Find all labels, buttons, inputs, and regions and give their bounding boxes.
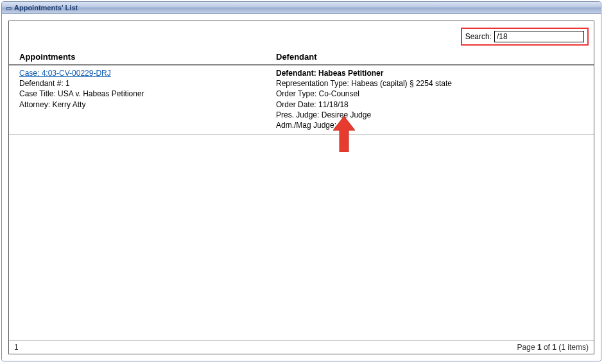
page-total: 1 [552, 343, 557, 352]
rep-type-value: Habeas (capital) § 2254 state [351, 79, 452, 88]
pres-judge-label: Pres. Judge: [276, 110, 319, 119]
defendant-name: Habeas Petitioner [318, 69, 383, 78]
order-type-value: Co-Counsel [318, 89, 359, 98]
case-title-value: USA v. Habeas Petitioner [58, 89, 144, 98]
page-mid: of [542, 343, 553, 352]
order-date-value: 11/18/18 [318, 100, 349, 109]
col-header-appointments: Appointments [19, 52, 276, 62]
table-footer: 1 Page 1 of 1 (1 items) [9, 340, 594, 354]
footer-right: Page 1 of 1 (1 items) [517, 343, 589, 352]
table-header: Appointments Defendant [9, 48, 594, 65]
page-prefix: Page [517, 343, 537, 352]
attorney-value: Kerry Atty [52, 100, 85, 109]
panel-title: Appointments' List [14, 4, 78, 12]
items-suffix: (1 items) [557, 343, 589, 352]
defendant-label: Defendant: [276, 69, 316, 78]
appointments-panel: ▭ Appointments' List Search: Appointment… [1, 1, 601, 361]
footer-left: 1 [14, 343, 19, 352]
defendant-num-label: Defendant #: [19, 79, 64, 88]
search-input[interactable] [494, 31, 584, 42]
case-link[interactable]: Case: 4:03-CV-00229-DRJ [19, 69, 111, 78]
adm-judge-label: Adm./Mag Judge: [276, 121, 336, 130]
collapse-icon[interactable]: ▭ [6, 4, 12, 12]
order-type-label: Order Type: [276, 89, 316, 98]
case-title-label: Case Title: [19, 89, 56, 98]
pres-judge-value: Desiree Judge [322, 110, 371, 119]
page-current: 1 [537, 343, 542, 352]
panel-body: Search: Appointments Defendant Case: 4:0… [2, 14, 601, 361]
defendant-num-value: 1 [65, 79, 70, 88]
order-date-label: Order Date: [276, 100, 316, 109]
search-highlight: Search: [461, 28, 589, 46]
table-row: Case: 4:03-CV-00229-DRJ Defendant #: 1 C… [9, 65, 594, 135]
panel-header: ▭ Appointments' List [2, 2, 601, 14]
search-label: Search: [465, 32, 492, 41]
cell-defendant: Defendant: Habeas Petitioner Representat… [276, 68, 583, 130]
search-row: Search: [9, 21, 594, 48]
cell-appointments: Case: 4:03-CV-00229-DRJ Defendant #: 1 C… [19, 68, 276, 130]
attorney-label: Attorney: [19, 100, 50, 109]
rep-type-label: Representation Type: [276, 79, 349, 88]
col-header-defendant: Defendant [276, 52, 583, 62]
list-box: Search: Appointments Defendant Case: 4:0… [8, 21, 594, 354]
